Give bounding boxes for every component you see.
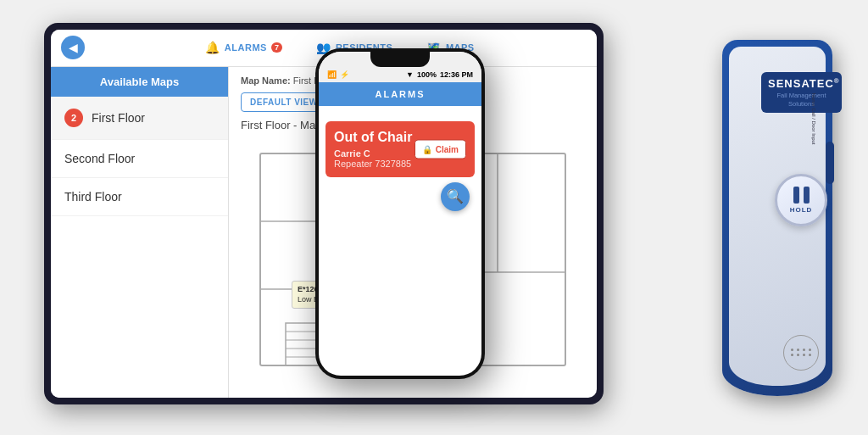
speaker-dot [791,354,793,356]
pause-bar-right [804,187,810,204]
hold-button[interactable]: HOLD [775,174,827,226]
phone-nav[interactable]: ALARMS [319,82,481,106]
search-button[interactable]: 🔍 [441,182,470,211]
speaker-dot [803,349,805,351]
speaker-dot [809,354,811,356]
bell-icon: 🔔 [205,41,220,54]
device-brand: SENSATEC® [768,77,835,90]
speaker-dot [809,349,811,351]
sidebar: Available Maps 2 First Floor Second Floo… [51,67,229,398]
phone-notch [370,48,430,67]
wifi2-icon: ▼ [406,70,414,79]
tab-alarms[interactable]: 🔔 ALARMS 7 [205,41,282,54]
speaker-dot [797,354,799,356]
claim-button[interactable]: 🔒 Claim [415,139,466,159]
brand-name: SENSATEC [768,77,834,90]
scene: ◀ 🔔 ALARMS 7 👥 RESIDENTS 🗺️ MAPS [27,14,841,421]
alarm-repeater: Repeater 7327885 [334,159,466,169]
sidebar-header: Available Maps [51,67,228,97]
pause-bar-left [793,187,799,204]
device-side-button[interactable] [826,142,834,184]
claim-label: Claim [436,144,459,153]
phone-status-right: ▼ 100% 12:36 PM [406,70,473,79]
speaker-dot [797,349,799,351]
device-subtitle: Fall Management Solutions [768,92,835,109]
phone: 📶 ⚡ ▼ 100% 12:36 PM ALARMS 🔍 Out of Chai… [315,48,485,379]
map-item-second-floor[interactable]: Second Floor [51,140,228,178]
phone-screen: 📶 ⚡ ▼ 100% 12:36 PM ALARMS 🔍 Out of Chai… [319,52,481,376]
phone-status-left: 📶 ⚡ [327,70,349,79]
map-item-first-floor[interactable]: 2 First Floor [51,97,228,140]
device-side-label: Nurse Call / Door Input [810,92,815,144]
alarms-label: ALARMS [225,42,267,53]
time-label: 12:36 PM [440,70,473,79]
speaker-dot [803,354,805,356]
sensatec-device: SENSATEC® Fall Management Solutions HOLD [705,40,841,413]
pause-icon [793,187,810,204]
first-floor-label: First Floor [92,111,145,125]
map-item-third-floor[interactable]: Third Floor [51,178,228,216]
back-button[interactable]: ◀ [61,36,85,59]
lock-icon: 🔒 [422,144,432,153]
second-floor-label: Second Floor [64,152,135,165]
device-speaker [783,335,819,371]
hold-label: HOLD [790,206,813,214]
third-floor-label: Third Floor [64,190,122,204]
signal-icon: ⚡ [340,70,349,79]
alarm-count-first-floor: 2 [64,109,83,127]
map-name-prefix: Map Name: [241,75,291,86]
default-view-button[interactable]: DEFAULT VIEW [241,92,327,112]
speaker-dot [791,349,793,351]
speaker-dots [791,349,812,356]
speaker-ring [783,335,819,371]
battery-label: 100% [417,70,437,79]
wifi-icon: 📶 [327,70,337,79]
alarm-card[interactable]: Out of Chair Carrie C Repeater 7327885 🔒… [326,121,475,177]
alarms-badge: 7 [271,42,283,53]
device-label-area: SENSATEC® Fall Management Solutions [761,72,842,114]
